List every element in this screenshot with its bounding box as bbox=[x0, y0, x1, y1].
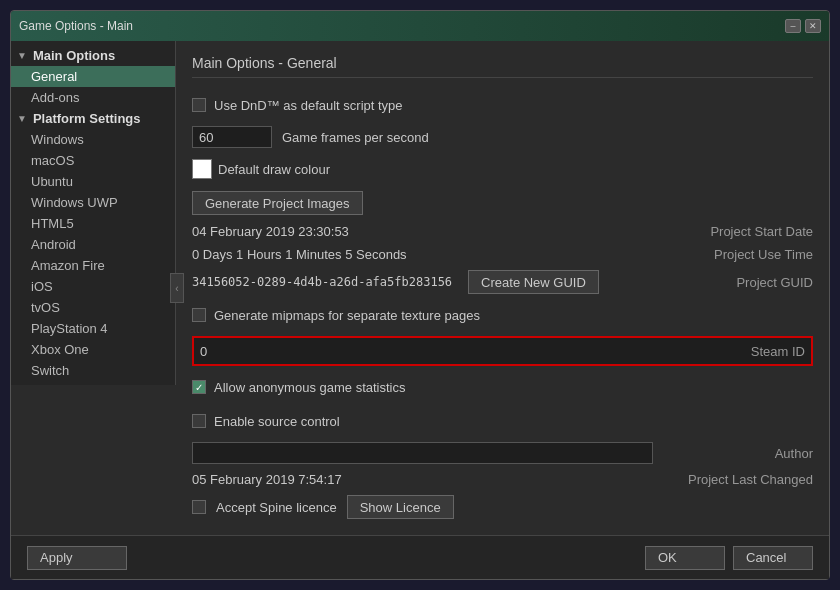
sidebar-item-general[interactable]: General bbox=[11, 66, 175, 87]
draw-colour-row: Default draw colour bbox=[192, 156, 813, 182]
sidebar-label-ubuntu: Ubuntu bbox=[31, 174, 73, 189]
sidebar-label-tvos: tvOS bbox=[31, 300, 60, 315]
color-swatch[interactable] bbox=[192, 159, 212, 179]
sidebar-item-playstation4[interactable]: PlayStation 4 bbox=[11, 318, 175, 339]
steam-id-input[interactable] bbox=[200, 340, 743, 362]
project-start-date-row: 04 February 2019 23:30:53 Project Start … bbox=[192, 224, 813, 239]
sidebar-item-add-ons[interactable]: Add-ons bbox=[11, 87, 175, 108]
footer: Apply OK Cancel bbox=[11, 535, 829, 579]
dnd-checkbox[interactable] bbox=[192, 98, 206, 112]
allow-stats-checkbox[interactable] bbox=[192, 380, 206, 394]
last-changed-row: 05 February 2019 7:54:17 Project Last Ch… bbox=[192, 472, 813, 487]
steam-id-label: Steam ID bbox=[751, 344, 805, 359]
sidebar-item-tvos[interactable]: tvOS bbox=[11, 297, 175, 318]
sidebar-label-playstation4: PlayStation 4 bbox=[31, 321, 108, 336]
sidebar-label-android: Android bbox=[31, 237, 76, 252]
accept-spine-checkbox[interactable] bbox=[192, 500, 206, 514]
footer-left: Apply bbox=[27, 546, 127, 570]
create-guid-button[interactable]: Create New GUID bbox=[468, 270, 599, 294]
expand-arrow-main: ▼ bbox=[17, 50, 27, 61]
author-input[interactable] bbox=[192, 442, 653, 464]
sidebar-label-add-ons: Add-ons bbox=[31, 90, 79, 105]
cancel-button[interactable]: Cancel bbox=[733, 546, 813, 570]
project-use-time-value: 0 Days 1 Hours 1 Minutes 5 Seconds bbox=[192, 247, 653, 262]
sidebar-item-platform-settings[interactable]: ▼ Platform Settings bbox=[11, 108, 175, 129]
sidebar-label-windows: Windows bbox=[31, 132, 84, 147]
author-label: Author bbox=[653, 446, 813, 461]
last-changed-value: 05 February 2019 7:54:17 bbox=[192, 472, 653, 487]
apply-button[interactable]: Apply bbox=[27, 546, 127, 570]
frames-input[interactable] bbox=[192, 126, 272, 148]
sidebar-label-main-options: Main Options bbox=[33, 48, 115, 63]
frames-label: Game frames per second bbox=[282, 130, 429, 145]
guid-row: 34156052-0289-4d4b-a26d-afa5fb283156 Cre… bbox=[192, 270, 813, 294]
sidebar-label-platform-settings: Platform Settings bbox=[33, 111, 141, 126]
sidebar-label-ios: iOS bbox=[31, 279, 53, 294]
last-changed-label: Project Last Changed bbox=[653, 472, 813, 487]
sidebar-wrapper: ▼ Main Options General Add-ons ▼ Platfor… bbox=[11, 41, 176, 535]
sidebar-label-general: General bbox=[31, 69, 77, 84]
sidebar: ▼ Main Options General Add-ons ▼ Platfor… bbox=[11, 41, 176, 385]
content-title: Main Options - General bbox=[192, 55, 813, 78]
project-use-time-label: Project Use Time bbox=[653, 247, 813, 262]
dnd-row: Use DnD™ as default script type bbox=[192, 92, 813, 118]
sidebar-item-main-options[interactable]: ▼ Main Options bbox=[11, 45, 175, 66]
spine-row: Accept Spine licence Show Licence bbox=[192, 495, 813, 519]
accept-spine-label: Accept Spine licence bbox=[216, 500, 337, 515]
dnd-label: Use DnD™ as default script type bbox=[214, 98, 403, 113]
sidebar-item-switch[interactable]: Switch bbox=[11, 360, 175, 381]
author-row: Author bbox=[192, 442, 813, 464]
expand-arrow-platform: ▼ bbox=[17, 113, 27, 124]
project-use-time-row: 0 Days 1 Hours 1 Minutes 5 Seconds Proje… bbox=[192, 247, 813, 262]
window-body: ▼ Main Options General Add-ons ▼ Platfor… bbox=[11, 41, 829, 535]
project-start-date-label: Project Start Date bbox=[653, 224, 813, 239]
window-title: Game Options - Main bbox=[19, 19, 133, 33]
mipmaps-checkbox[interactable] bbox=[192, 308, 206, 322]
sidebar-item-windows-uwp[interactable]: Windows UWP bbox=[11, 192, 175, 213]
title-bar: Game Options - Main – ✕ bbox=[11, 11, 829, 41]
ok-button[interactable]: OK bbox=[645, 546, 725, 570]
source-control-checkbox[interactable] bbox=[192, 414, 206, 428]
source-control-label: Enable source control bbox=[214, 414, 340, 429]
minimize-button[interactable]: – bbox=[785, 19, 801, 33]
sidebar-item-amazon-fire[interactable]: Amazon Fire bbox=[11, 255, 175, 276]
sidebar-label-macos: macOS bbox=[31, 153, 74, 168]
mipmaps-label: Generate mipmaps for separate texture pa… bbox=[214, 308, 480, 323]
draw-colour-label: Default draw colour bbox=[218, 162, 330, 177]
sidebar-item-ubuntu[interactable]: Ubuntu bbox=[11, 171, 175, 192]
sidebar-label-xbox-one: Xbox One bbox=[31, 342, 89, 357]
sidebar-item-html5[interactable]: HTML5 bbox=[11, 213, 175, 234]
steam-id-row: Steam ID bbox=[192, 336, 813, 366]
guid-value: 34156052-0289-4d4b-a26d-afa5fb283156 bbox=[192, 275, 452, 289]
main-content: Main Options - General Use DnD™ as defau… bbox=[176, 41, 829, 535]
project-start-date-value: 04 February 2019 23:30:53 bbox=[192, 224, 653, 239]
sidebar-label-switch: Switch bbox=[31, 363, 69, 378]
frames-row: Game frames per second bbox=[192, 126, 813, 148]
sidebar-label-html5: HTML5 bbox=[31, 216, 74, 231]
generate-images-button[interactable]: Generate Project Images bbox=[192, 191, 363, 215]
game-options-window: Game Options - Main – ✕ ▼ Main Options G… bbox=[10, 10, 830, 580]
footer-right: OK Cancel bbox=[645, 546, 813, 570]
mipmaps-row: Generate mipmaps for separate texture pa… bbox=[192, 302, 813, 328]
source-control-row: Enable source control bbox=[192, 408, 813, 434]
allow-stats-label: Allow anonymous game statistics bbox=[214, 380, 405, 395]
project-guid-label: Project GUID bbox=[653, 275, 813, 290]
sidebar-item-xbox-one[interactable]: Xbox One bbox=[11, 339, 175, 360]
sidebar-label-amazon-fire: Amazon Fire bbox=[31, 258, 105, 273]
title-controls: – ✕ bbox=[785, 19, 821, 33]
sidebar-item-ios[interactable]: iOS bbox=[11, 276, 175, 297]
sidebar-item-windows[interactable]: Windows bbox=[11, 129, 175, 150]
sidebar-item-android[interactable]: Android bbox=[11, 234, 175, 255]
close-button[interactable]: ✕ bbox=[805, 19, 821, 33]
sidebar-label-windows-uwp: Windows UWP bbox=[31, 195, 118, 210]
show-licence-button[interactable]: Show Licence bbox=[347, 495, 454, 519]
sidebar-item-macos[interactable]: macOS bbox=[11, 150, 175, 171]
gen-images-row: Generate Project Images bbox=[192, 190, 813, 216]
allow-stats-row: Allow anonymous game statistics bbox=[192, 374, 813, 400]
